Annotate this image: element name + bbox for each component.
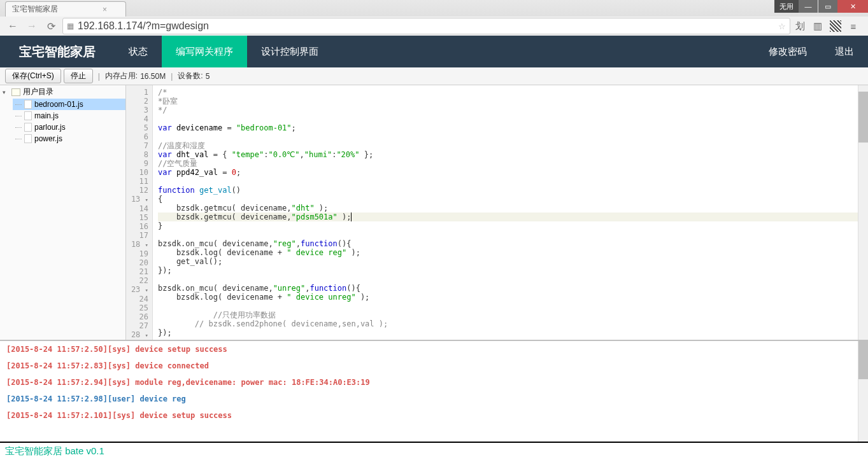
code-line[interactable]: }); bbox=[158, 266, 863, 275]
file-icon bbox=[24, 123, 32, 132]
scrollbar-thumb[interactable] bbox=[858, 92, 868, 143]
nav-right-item-0[interactable]: 修改密码 bbox=[755, 36, 821, 67]
nav-item-2[interactable]: 设计控制界面 bbox=[247, 36, 332, 67]
code-line[interactable]: *卧室 bbox=[158, 97, 863, 106]
browser-chrome: 宝宅智能家居 × 无用 — ▭ ✕ ← → ⟳ ▦ ☆ 划 ▥ ≡ bbox=[0, 0, 868, 36]
forward-icon[interactable]: → bbox=[24, 18, 39, 34]
code-line[interactable]: var ppd42_val = 0; bbox=[158, 168, 863, 177]
console-scrollbar[interactable] bbox=[858, 341, 868, 442]
file-name: parlour.js bbox=[34, 123, 66, 132]
code-line[interactable]: bzsdk.log( devicename + " device reg" ); bbox=[158, 248, 863, 257]
collapse-icon[interactable]: ▾ bbox=[3, 89, 9, 95]
app-nav: 宝宅智能家居 状态编写网关程序设计控制界面 修改密码退出 bbox=[0, 36, 868, 67]
code-line[interactable] bbox=[158, 275, 863, 284]
code-line[interactable]: // bzsdk.send2phone( devicename,sen,val … bbox=[158, 319, 863, 328]
code-line[interactable]: function get_val() bbox=[158, 186, 863, 195]
code-line[interactable]: var devicename = "bedroom-01"; bbox=[158, 123, 863, 132]
footer-text: 宝宅智能家居 bate v0.1 bbox=[5, 445, 104, 457]
tab-title: 宝宅智能家居 bbox=[12, 4, 58, 15]
console-line: [2015-8-24 11:57:2.50][sys] device setup… bbox=[6, 345, 862, 354]
console-line: [2015-8-24 11:57:2.101][sys] device setu… bbox=[6, 411, 862, 420]
code-line[interactable]: //空气质量 bbox=[158, 159, 863, 168]
code-editor[interactable]: 12345678910111213 ▾1415161718 ▾192021222… bbox=[126, 85, 868, 340]
file-tree[interactable]: ▾ 用户目录 bedroom-01.jsmain.jsparlour.jspow… bbox=[0, 85, 126, 340]
file-name: main.js bbox=[34, 111, 59, 120]
code-line[interactable]: }); bbox=[158, 328, 863, 337]
code-line[interactable]: { bbox=[158, 195, 863, 204]
editor-scrollbar[interactable] bbox=[858, 85, 868, 340]
main-area: ▾ 用户目录 bedroom-01.jsmain.jsparlour.jspow… bbox=[0, 85, 868, 340]
stop-button[interactable]: 停止 bbox=[64, 69, 93, 83]
nav-item-1[interactable]: 编写网关程序 bbox=[162, 36, 247, 67]
code-line[interactable]: bzsdk.getmcu( devicename,"pdsm501a" ); bbox=[158, 213, 863, 221]
separator: | bbox=[171, 72, 173, 81]
devices-label: 设备数: bbox=[178, 71, 203, 81]
separator: | bbox=[98, 72, 100, 81]
tree-root-label: 用户目录 bbox=[23, 87, 53, 97]
file-name: power.js bbox=[34, 134, 62, 143]
footer: 宝宅智能家居 bate v0.1 bbox=[0, 442, 868, 459]
close-icon[interactable]: × bbox=[103, 5, 107, 14]
code-line[interactable]: get_val(); bbox=[158, 257, 863, 266]
code-line[interactable] bbox=[158, 115, 863, 123]
file-icon bbox=[24, 111, 32, 120]
reload-icon[interactable]: ⟳ bbox=[43, 18, 59, 34]
scrollbar-thumb[interactable] bbox=[858, 341, 868, 379]
save-button[interactable]: 保存(Ctrl+S) bbox=[5, 69, 61, 83]
code-line[interactable] bbox=[158, 132, 863, 141]
code-line[interactable]: } bbox=[158, 221, 863, 230]
window-wy-button[interactable]: 无用 bbox=[774, 0, 799, 13]
console-panel[interactable]: [2015-8-24 11:57:2.50][sys] device setup… bbox=[0, 340, 868, 442]
scissor-icon[interactable]: 划 bbox=[794, 20, 806, 32]
memory-label: 内存占用: bbox=[105, 71, 138, 81]
console-line: [2015-8-24 11:57:2.98][user] device reg bbox=[6, 394, 862, 403]
address-row: ← → ⟳ ▦ ☆ 划 ▥ ≡ bbox=[0, 17, 868, 36]
code-line[interactable]: bzsdk.on_mcu( devicename,"unreg",functio… bbox=[158, 284, 863, 293]
file-icon bbox=[24, 134, 32, 143]
code-line[interactable]: var dht_val = { "tempe":"0.0℃","humi":"2… bbox=[158, 150, 863, 159]
file-icon bbox=[24, 100, 32, 109]
code-line[interactable]: //只使用功率数据 bbox=[158, 310, 863, 319]
qr-icon[interactable] bbox=[830, 20, 841, 32]
code-line[interactable]: bzsdk.on_mcu( devicename,"reg",function(… bbox=[158, 239, 863, 248]
devices-value: 5 bbox=[206, 72, 210, 81]
code-line[interactable] bbox=[158, 230, 863, 239]
console-line: [2015-8-24 11:57:2.83][sys] device conne… bbox=[6, 361, 862, 370]
tree-file[interactable]: bedroom-01.js bbox=[13, 99, 125, 110]
line-gutter[interactable]: 12345678910111213 ▾1415161718 ▾192021222… bbox=[126, 85, 153, 340]
code-line[interactable]: /* bbox=[158, 88, 863, 97]
window-controls: 无用 — ▭ ✕ bbox=[774, 0, 868, 13]
url-bar[interactable]: ▦ ☆ bbox=[62, 18, 790, 34]
globe-icon: ▦ bbox=[67, 22, 74, 31]
tree-file[interactable]: parlour.js bbox=[13, 122, 125, 133]
brand: 宝宅智能家居 bbox=[0, 43, 115, 60]
tree-root[interactable]: ▾ 用户目录 bbox=[0, 85, 125, 99]
tab-row: 宝宅智能家居 × 无用 — ▭ ✕ bbox=[0, 0, 868, 17]
nav-item-0[interactable]: 状态 bbox=[115, 36, 162, 67]
code-line[interactable]: bzsdk.getmcu( devicename,"dht" ); bbox=[158, 204, 863, 213]
code-line[interactable]: //温度和湿度 bbox=[158, 141, 863, 150]
star-icon[interactable]: ☆ bbox=[778, 22, 786, 31]
nav-right-item-1[interactable]: 退出 bbox=[821, 36, 868, 67]
panel-icon[interactable]: ▥ bbox=[812, 20, 823, 32]
back-icon[interactable]: ← bbox=[5, 18, 20, 34]
file-name: bedroom-01.js bbox=[34, 100, 83, 109]
code-line[interactable] bbox=[158, 177, 863, 186]
menu-icon[interactable]: ≡ bbox=[848, 20, 859, 32]
window-maximize-button[interactable]: ▭ bbox=[818, 0, 837, 13]
code-line[interactable]: */ bbox=[158, 106, 863, 115]
toolbar: 保存(Ctrl+S) 停止 | 内存占用: 16.50M | 设备数: 5 bbox=[0, 67, 868, 85]
console-line: [2015-8-24 11:57:2.94][sys] module reg,d… bbox=[6, 378, 862, 387]
tree-file[interactable]: main.js bbox=[13, 110, 125, 122]
browser-right-icons: 划 ▥ ≡ bbox=[794, 20, 863, 32]
memory-value: 16.50M bbox=[140, 72, 166, 81]
tree-file[interactable]: power.js bbox=[13, 133, 125, 144]
window-minimize-button[interactable]: — bbox=[799, 0, 818, 13]
url-input[interactable] bbox=[78, 20, 774, 32]
code-line[interactable]: bzsdk.log( devicename + " device unreg" … bbox=[158, 293, 863, 302]
window-close-button[interactable]: ✕ bbox=[837, 0, 868, 13]
folder-icon bbox=[11, 88, 20, 96]
code-area[interactable]: /**卧室*/ var devicename = "bedroom-01"; /… bbox=[153, 85, 868, 340]
browser-tab[interactable]: 宝宅智能家居 × bbox=[5, 1, 126, 17]
code-line[interactable] bbox=[158, 302, 863, 310]
